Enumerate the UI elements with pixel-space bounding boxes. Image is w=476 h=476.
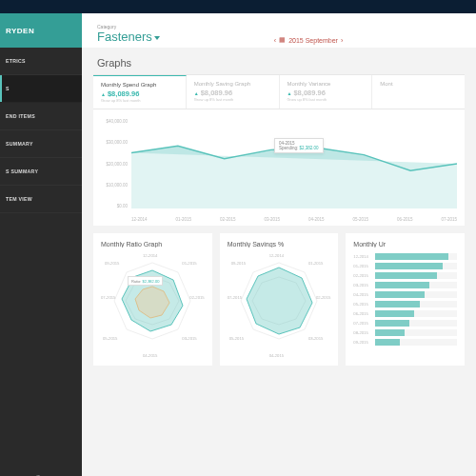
sidebar: RYDEN ETRICS S END ITEMS SUMMARY S SUMMA…	[0, 13, 82, 476]
bar-row: 05-2015	[353, 301, 457, 307]
nav-spend-items[interactable]: END ITEMS	[0, 103, 82, 130]
plot-area	[131, 119, 457, 208]
bar-row: 03-2015	[353, 282, 457, 288]
category-value: Fasteners	[97, 30, 160, 44]
bar-row: 01-2015	[353, 263, 457, 269]
tab-more[interactable]: Mont	[372, 75, 465, 109]
card-title: Monthly Ratio Graph	[101, 241, 205, 248]
section-title: Graphs	[82, 48, 476, 74]
line-chart: $40,000.00 $30,000.00 $20,000.00 $10,000…	[93, 109, 465, 226]
sidebar-footer: ven White ⚙ ⇥	[0, 466, 82, 476]
nav: ETRICS S END ITEMS SUMMARY S SUMMARY TEM…	[0, 48, 82, 466]
chart-tooltip: 04-2015 Spending: $2,382.00	[274, 138, 324, 153]
tab-saving[interactable]: Monthly Saving Graph $8,089.96 Grow up 8…	[187, 75, 280, 109]
tab-title: Monthly Spend Graph	[101, 82, 178, 88]
bar-row: 12-2014	[353, 253, 457, 260]
main: Category Fasteners ‹ ▦ 2015 September › …	[82, 13, 476, 476]
category-selector[interactable]: Category Fasteners	[97, 24, 160, 44]
radar-tooltip: Ratio: $2,382.00	[128, 276, 163, 286]
y-axis: $40,000.00 $30,000.00 $20,000.00 $10,000…	[99, 119, 128, 208]
date-value: 2015 September	[288, 37, 338, 44]
radar-savings: 12-2014 01-2015 02-2015 03-2015 04-2015 …	[228, 253, 331, 358]
bar-row: 04-2015	[353, 291, 457, 298]
brand-logo: RYDEN	[0, 13, 82, 48]
bar-row: 07-2015	[353, 320, 457, 327]
chevron-down-icon	[154, 36, 160, 40]
card-title: Monthly Ur	[353, 241, 457, 248]
tab-title: Monthly Variance	[288, 81, 365, 87]
tab-spend[interactable]: Monthly Spend Graph $8,089.96 Grow up 8%…	[93, 75, 187, 109]
card-title: Monthly Savings %	[228, 241, 331, 248]
nav-s-summary[interactable]: S SUMMARY	[0, 158, 82, 186]
header: Category Fasteners ‹ ▦ 2015 September ›	[82, 13, 476, 48]
bar-row: 09-2015	[353, 339, 457, 346]
bar-row: 06-2015	[353, 310, 457, 317]
card-bars: Monthly Ur 12-2014 01-2015 02-2015 03-20…	[346, 233, 465, 366]
tab-amount: $8,089.96	[288, 89, 365, 97]
radar-ratio: Ratio: $2,382.00 12-2014 01-2015 02-2015…	[101, 253, 205, 358]
tab-variance[interactable]: Monthly Variance $8,089.96 Grow up 8% la…	[280, 75, 373, 109]
nav-metrics[interactable]: ETRICS	[0, 48, 82, 75]
nav-summary[interactable]: SUMMARY	[0, 130, 82, 158]
tab-amount: $8,089.96	[194, 89, 271, 97]
tab-amount: $8,089.96	[101, 89, 178, 98]
card-savings-pct: Monthly Savings % 12-2014 01-2015 02-201…	[220, 233, 339, 366]
chart-tabs: Monthly Spend Graph $8,089.96 Grow up 8%…	[93, 74, 465, 109]
chevron-left-icon[interactable]: ‹	[274, 37, 276, 44]
tab-title: Mont	[380, 81, 457, 87]
nav-item-view[interactable]: TEM VIEW	[0, 186, 82, 213]
tab-title: Monthly Saving Graph	[194, 81, 271, 87]
bar-row: 02-2015	[353, 272, 457, 279]
bottom-cards: Monthly Ratio Graph Ratio: $2,382.00 12-…	[93, 233, 465, 366]
calendar-icon: ▦	[279, 36, 286, 44]
tab-sub: Grow up 8% last month	[101, 98, 178, 103]
x-axis: 12-2014 01-2015 02-2015 03-2015 04-2015 …	[131, 217, 457, 222]
chevron-right-icon[interactable]: ›	[341, 37, 343, 44]
nav-graphs[interactable]: S	[0, 75, 82, 103]
bar-row: 08-2015	[353, 329, 457, 336]
tab-sub: Grow up 8% last month	[288, 97, 365, 102]
svg-marker-7	[247, 268, 312, 334]
card-ratio: Monthly Ratio Graph Ratio: $2,382.00 12-…	[93, 233, 212, 366]
tab-sub: Grow up 8% last month	[194, 97, 271, 102]
bar-chart: 12-2014 01-2015 02-2015 03-2015 04-2015 …	[353, 253, 457, 358]
date-picker[interactable]: ‹ ▦ 2015 September ›	[274, 36, 343, 44]
